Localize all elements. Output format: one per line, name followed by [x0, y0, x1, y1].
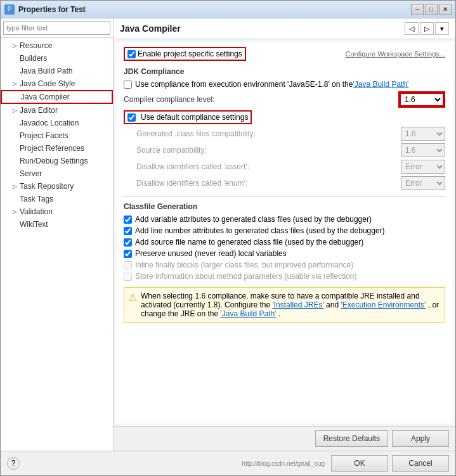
expand-arrow: ▷: [11, 80, 18, 87]
warning-icon: ⚠: [128, 292, 137, 304]
expand-arrow: [11, 145, 18, 152]
nav-menu-button[interactable]: ▾: [435, 22, 449, 35]
sidebar-item-label: Project References: [20, 144, 84, 153]
sidebar-item-validation[interactable]: ▷ Validation: [1, 205, 113, 218]
properties-window: P Properties for Test ─ □ ✕ ▷ Resource B…: [0, 0, 456, 476]
sidebar-item-task-tags[interactable]: Task Tags: [1, 193, 113, 205]
add-variable-row: Add variable attributes to generated cla…: [124, 215, 445, 224]
sidebar-item-label: Run/Debug Settings: [20, 157, 88, 165]
sidebar-item-label: Resource: [20, 41, 52, 50]
sidebar-item-project-facets[interactable]: Project Facets: [1, 129, 113, 142]
jdk-compliance-section: JDK Compliance Use compliance from execu…: [124, 67, 445, 190]
add-variable-label: Add variable attributes to generated cla…: [135, 215, 372, 224]
configure-workspace-link[interactable]: Configure Workspace Settings...: [345, 50, 445, 58]
sidebar-item-java-editor[interactable]: ▷ Java Editor: [1, 104, 113, 117]
preserve-unused-label: Preserve unused (never read) local varia…: [135, 249, 287, 258]
expand-arrow: [11, 67, 18, 75]
inline-finally-checkbox[interactable]: [124, 261, 132, 269]
panel-content: Enable project specific settings Configu…: [116, 42, 453, 423]
add-variable-checkbox[interactable]: [124, 215, 132, 224]
expand-arrow: [11, 157, 18, 165]
window-icon: P: [4, 4, 15, 15]
sidebar-item-label: Validation: [20, 207, 53, 216]
compiler-compliance-label: Compiler compliance level:: [124, 95, 398, 104]
sidebar-item-javadoc-location[interactable]: Javadoc Location: [1, 117, 113, 129]
add-source-file-checkbox[interactable]: [124, 238, 132, 247]
warning-section: ⚠ When selecting 1.6 compliance, make su…: [124, 287, 445, 323]
filter-input[interactable]: [3, 21, 110, 35]
use-default-compliance-label: Use default compliance settings: [141, 113, 248, 122]
disallow-assert-label: Disallow identifiers called 'assert':: [136, 162, 401, 171]
expand-arrow: [12, 93, 20, 101]
close-button[interactable]: ✕: [439, 4, 452, 15]
sidebar-item-label: Task Repository: [20, 182, 74, 191]
execution-env-link[interactable]: 'Execution Environments': [341, 300, 426, 309]
expand-arrow: ▷: [11, 183, 18, 190]
minimize-button[interactable]: ─: [411, 4, 424, 15]
sidebar-item-wikitext[interactable]: WikiText: [1, 218, 113, 231]
tree-area: ▷ Resource Builders Java Build Path ▷ Ja…: [1, 38, 113, 451]
sidebar-item-builders[interactable]: Builders: [1, 52, 113, 65]
sidebar-item-label: Builders: [20, 54, 47, 63]
preserve-unused-checkbox[interactable]: [124, 250, 132, 258]
nav-back-button[interactable]: ◁: [405, 22, 419, 35]
sidebar-item-server[interactable]: Server: [1, 167, 113, 180]
use-compliance-row: Use compliance from execution environmen…: [124, 80, 445, 89]
sidebar-item-java-code-style[interactable]: ▷ Java Code Style: [1, 77, 113, 90]
store-info-checkbox[interactable]: [124, 273, 132, 281]
sidebar-item-project-references[interactable]: Project References: [1, 142, 113, 155]
compiler-compliance-select[interactable]: 1.6 1.7 1.8: [400, 93, 444, 106]
installed-jres-link[interactable]: 'Installed JREs': [272, 300, 323, 309]
panel-header: Java Compiler ◁ ▷ ▾: [114, 18, 455, 39]
classfile-section: Classfile Generation Add variable attrib…: [124, 202, 445, 281]
ok-button[interactable]: OK: [331, 455, 388, 472]
help-button[interactable]: ?: [7, 457, 20, 470]
sidebar-item-run-debug-settings[interactable]: Run/Debug Settings: [1, 155, 113, 167]
enable-settings-section: Enable project specific settings Configu…: [124, 47, 445, 61]
disallow-enum-select[interactable]: Error: [401, 176, 445, 190]
enable-settings-checkbox[interactable]: [127, 50, 136, 58]
panel-title: Java Compiler: [120, 23, 181, 34]
preserve-unused-row: Preserve unused (never read) local varia…: [124, 249, 445, 258]
sidebar-item-java-build-path[interactable]: Java Build Path: [1, 65, 113, 77]
window-title: Properties for Test: [18, 5, 411, 14]
sidebar-item-java-compiler[interactable]: Java Compiler: [1, 90, 113, 104]
restore-defaults-button[interactable]: Restore Defaults: [315, 430, 388, 447]
generated-class-select[interactable]: 1.6: [401, 127, 445, 141]
generated-class-row: Generated .class files compatibility: 1.…: [124, 127, 445, 141]
use-default-compliance-checkbox[interactable]: [127, 113, 136, 122]
inline-finally-label: Inline finally blocks (larger class file…: [135, 261, 353, 269]
cancel-button[interactable]: Cancel: [392, 455, 449, 472]
sidebar-item-label: Java Compiler: [21, 93, 70, 101]
java-build-path-link[interactable]: 'Java Build Path': [353, 80, 408, 89]
expand-arrow: [11, 170, 18, 177]
nav-buttons: ◁ ▷ ▾: [405, 22, 449, 35]
disallow-assert-select[interactable]: Error: [401, 160, 445, 174]
add-line-number-label: Add line number attributes to generated …: [135, 226, 385, 235]
add-line-number-checkbox[interactable]: [124, 227, 132, 235]
separator: [124, 196, 445, 197]
use-compliance-checkbox[interactable]: [124, 80, 132, 89]
footer-bar: ? http://blog.csdn.net/gnail_oug OK Canc…: [1, 451, 455, 475]
sidebar-item-task-repository[interactable]: ▷ Task Repository: [1, 180, 113, 193]
java-build-path-link2[interactable]: 'Java Build Path': [220, 309, 276, 318]
sidebar-item-label: Java Code Style: [20, 79, 75, 88]
inline-finally-row: Inline finally blocks (larger class file…: [124, 261, 445, 269]
classfile-header: Classfile Generation: [124, 202, 445, 211]
apply-button[interactable]: Apply: [392, 430, 449, 447]
expand-arrow: ▷: [11, 42, 18, 49]
source-compat-select[interactable]: 1.6: [401, 143, 445, 157]
add-source-file-row: Add source file name to generated class …: [124, 238, 445, 247]
restore-button[interactable]: □: [425, 4, 438, 15]
sidebar-item-label: Javadoc Location: [20, 119, 79, 127]
sidebar-item-label: Java Build Path: [20, 67, 72, 75]
sidebar-item-label: Task Tags: [20, 195, 53, 203]
generated-class-label: Generated .class files compatibility:: [136, 129, 401, 138]
sidebar-item-label: Project Facets: [20, 131, 68, 140]
expand-arrow: ▷: [11, 106, 18, 114]
store-info-row: Store information about method parameter…: [124, 272, 445, 281]
right-panel: Java Compiler ◁ ▷ ▾ Enable project speci…: [114, 18, 455, 451]
sidebar-item-resource[interactable]: ▷ Resource: [1, 39, 113, 52]
nav-forward-button[interactable]: ▷: [420, 22, 434, 35]
sidebar: ▷ Resource Builders Java Build Path ▷ Ja…: [1, 18, 114, 451]
